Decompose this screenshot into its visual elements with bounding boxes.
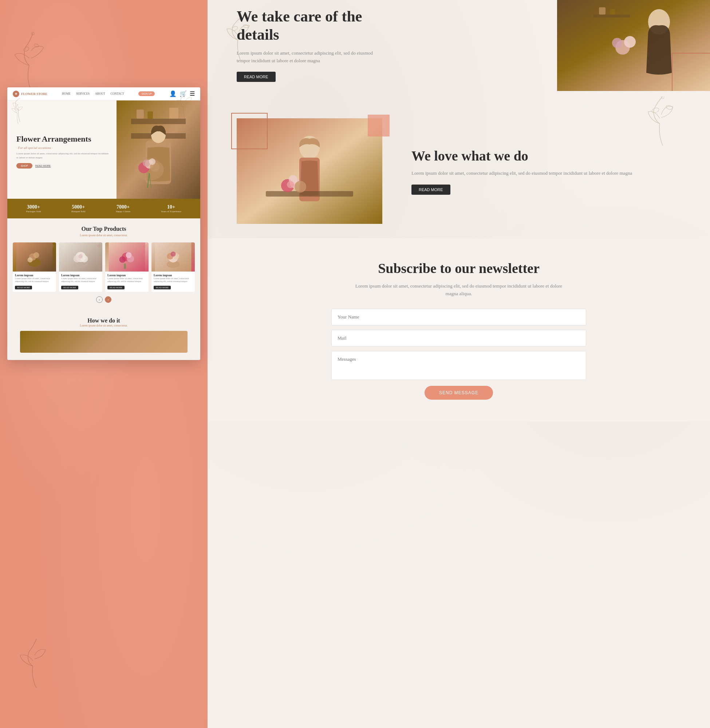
preview-stats-bar: 3000+ Packages Sold 5000+ Bouquet Sold 7… <box>7 199 200 218</box>
hero-title: Flower Arrangements <box>16 134 109 144</box>
carousel-next-btn[interactable]: › <box>105 296 111 303</box>
product-card-1: ♡ Lorem impsun Lore <box>13 242 56 292</box>
product-readmore-1[interactable]: READ MORE <box>15 286 32 289</box>
product-name-3: Lorem impsun <box>107 274 147 277</box>
floral-decoration-bottom-left <box>18 637 54 691</box>
preview-navbar: ✿ FLOWER STORE HOME SERVICES ABOUT CONTA… <box>7 87 200 101</box>
newsletter-email-input[interactable] <box>332 330 586 347</box>
preview-logo: ✿ FLOWER STORE <box>13 91 48 97</box>
nav-home[interactable]: HOME <box>62 92 70 95</box>
product-card-2: ♡ Lorem impsun <box>59 242 102 292</box>
product-readmore-2[interactable]: READ MORE <box>61 286 78 289</box>
newsletter-send-button[interactable]: SEND MESSAGE <box>424 386 493 400</box>
hero-description: Lorem ipsum dolor sit amet, consectetur … <box>16 152 109 160</box>
preview-products-section: Our Top Products Lorem ipsum dolor sit a… <box>7 218 200 310</box>
user-icon[interactable]: 👤 <box>169 90 177 97</box>
product-desc-1: Lorem ipsum dolor sit amet, consectetur … <box>15 277 54 283</box>
howto-title: How we do it <box>13 318 195 324</box>
product-flower-3 <box>105 242 148 271</box>
svg-point-41 <box>171 252 176 256</box>
svg-point-50 <box>612 38 622 48</box>
products-subtitle: Lorem ipsum dolor sit amet, consectetur. <box>13 234 195 237</box>
favorite-icon-4[interactable]: ♡ <box>190 244 193 248</box>
stat-packages-label: Packages Sold <box>26 210 41 213</box>
howto-image <box>20 331 188 353</box>
stat-bouquet-label: Bouquet Sold <box>71 210 85 213</box>
hero-subtitle: · For all special occasions · <box>16 146 109 149</box>
hero-buttons: SHOP READ MORE <box>16 163 109 168</box>
svg-point-63 <box>651 107 660 114</box>
stat-clients-number: 7000+ <box>116 204 131 210</box>
product-name-4: Lorem impsun <box>154 274 193 277</box>
care-image-border <box>672 53 710 91</box>
care-image <box>557 0 710 91</box>
nav-contact[interactable]: CONTACT <box>111 92 124 95</box>
newsletter-section: Subscribe to our newsletter Lorem ipsum … <box>208 239 710 421</box>
stat-clients: 7000+ Happy Clients <box>116 204 131 213</box>
svg-rect-6 <box>136 110 144 119</box>
newsletter-form: SEND MESSAGE <box>332 309 586 400</box>
preview-nav-links: HOME SERVICES ABOUT CONTACT <box>62 92 124 95</box>
stat-experience-number: 10+ <box>161 204 181 210</box>
product-desc-2: Lorem ipsum dolor sit amet, consectetur … <box>61 277 100 283</box>
shop-button[interactable]: SHOP <box>16 163 32 168</box>
love-section: We love what we do Lorem ipsum dolor sit… <box>208 104 710 239</box>
products-title: Our Top Products <box>13 226 195 232</box>
stat-packages-number: 3000+ <box>26 204 41 210</box>
care-readmore-button[interactable]: READ MORE <box>237 72 276 82</box>
stat-clients-label: Happy Clients <box>116 210 131 213</box>
care-section: We take care of the details Lorem ipsum … <box>208 0 710 104</box>
love-image-accent <box>368 115 390 136</box>
favorite-icon-3[interactable]: ♡ <box>144 244 147 248</box>
svg-rect-57 <box>266 191 353 196</box>
love-description: Lorem ipsum dolor sit amet, consectetur … <box>411 170 681 177</box>
love-image-container <box>237 118 390 224</box>
svg-point-49 <box>624 36 636 48</box>
newsletter-description: Lorem ipsum dolor sit amet, consectetur … <box>349 283 568 298</box>
nav-about[interactable]: ABOUT <box>95 92 105 95</box>
love-title: We love what we do <box>411 148 681 164</box>
product-desc-4: Lorem ipsum dolor sit amet, consectetur … <box>154 277 193 283</box>
newsletter-message-input[interactable] <box>332 351 586 380</box>
svg-rect-7 <box>147 111 153 119</box>
svg-point-0 <box>23 46 30 53</box>
product-readmore-4[interactable]: READ MORE <box>154 286 171 289</box>
love-readmore-button[interactable]: READ MORE <box>411 185 450 195</box>
love-floral-deco <box>644 97 681 147</box>
nav-services[interactable]: SERVICES <box>76 92 89 95</box>
product-readmore-3[interactable]: READ MORE <box>107 286 125 289</box>
product-flower-4 <box>151 242 195 271</box>
logo-text: FLOWER STORE <box>21 92 48 96</box>
svg-point-33 <box>119 256 126 263</box>
svg-point-29 <box>79 254 83 258</box>
svg-point-60 <box>295 181 306 193</box>
svg-rect-52 <box>599 7 606 15</box>
carousel-prev-btn[interactable]: ‹ <box>96 296 103 303</box>
stat-bouquet-number: 5000+ <box>71 204 85 210</box>
care-title: We take care of the details <box>237 7 375 44</box>
svg-rect-53 <box>610 9 615 15</box>
favorite-icon-2[interactable]: ♡ <box>97 244 100 248</box>
stat-experience: 10+ Years of Experience <box>161 204 181 213</box>
newsletter-name-input[interactable] <box>332 309 586 325</box>
product-image-4: ♡ <box>151 242 195 271</box>
svg-rect-51 <box>594 15 630 18</box>
product-info-2: Lorem impsun Lorem ipsum dolor sit amet,… <box>59 271 102 292</box>
logo-circle: ✿ <box>13 91 19 97</box>
svg-point-16 <box>149 158 155 165</box>
svg-point-34 <box>126 252 132 258</box>
newsletter-title: Subscribe to our newsletter <box>280 260 637 277</box>
carousel-controls: ‹ › <box>13 296 195 303</box>
care-description: Lorem ipsum dolor sit amet, consectetur … <box>237 50 375 65</box>
svg-point-64 <box>666 105 673 110</box>
favorite-icon-1[interactable]: ♡ <box>51 244 54 248</box>
svg-point-15 <box>143 160 150 167</box>
product-name-1: Lorem impsun <box>15 274 54 277</box>
howto-subtitle: Lorem ipsum dolor sit amet, consectetur. <box>13 324 195 327</box>
nav-signup-button[interactable]: SIGN UP <box>138 91 155 96</box>
product-image-3: ♡ <box>105 242 148 271</box>
product-image-1: ♡ <box>13 242 56 271</box>
svg-point-62 <box>287 181 294 188</box>
stat-bouquet: 5000+ Bouquet Sold <box>71 204 85 213</box>
readmore-button[interactable]: READ MORE <box>35 163 51 168</box>
